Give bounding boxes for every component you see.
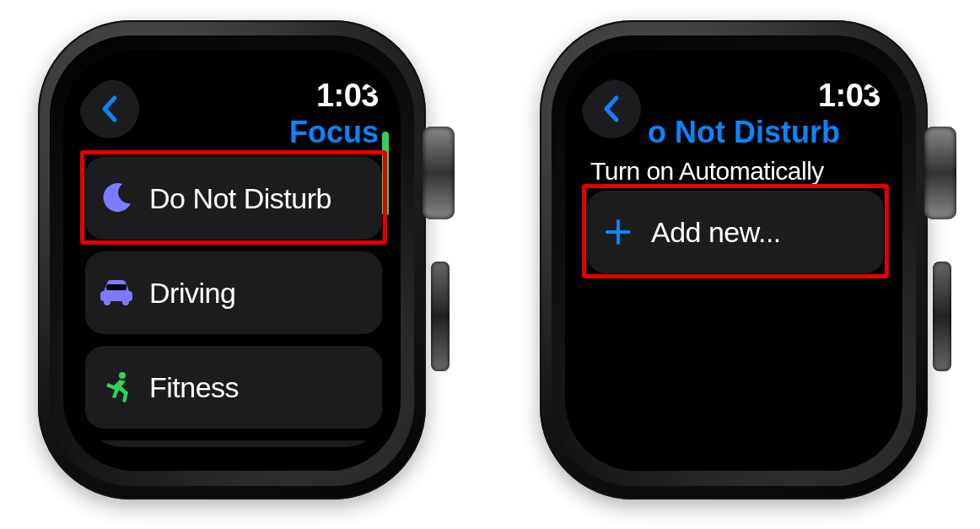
plus-icon [600, 214, 636, 250]
focus-row-label: Fitness [149, 371, 239, 404]
page-title: Focus [289, 115, 379, 150]
focus-row-more[interactable] [85, 440, 382, 447]
focus-row-label: Driving [149, 277, 235, 310]
automation-list: Add new... [579, 191, 892, 273]
section-header: Turn on Automatically [579, 157, 892, 191]
svg-rect-3 [106, 284, 127, 290]
runner-icon [99, 370, 134, 405]
chevron-left-icon [602, 94, 621, 123]
page-title: o Not Disturb [648, 115, 840, 150]
focus-list: Do Not Disturb Driving [77, 157, 390, 447]
watch-left: 1:03 Focus Do Not Disturb [30, 17, 443, 510]
scroll-indicator [382, 132, 389, 216]
car-icon [99, 275, 134, 310]
chevron-left-icon [100, 94, 119, 123]
digital-crown[interactable] [924, 127, 956, 219]
add-new-button[interactable]: Add new... [587, 191, 884, 273]
digital-crown[interactable] [423, 127, 455, 219]
svg-point-4 [119, 372, 126, 379]
svg-point-2 [122, 299, 129, 305]
screen-focus: 1:03 Focus Do Not Disturb [77, 78, 390, 447]
svg-point-1 [104, 299, 110, 305]
focus-row-fitness[interactable]: Fitness [85, 346, 382, 429]
add-new-label: Add new... [651, 216, 781, 249]
screen-dnd: 1:03 o Not Disturb Turn on Automatically… [579, 78, 892, 447]
focus-row-label: Do Not Disturb [149, 182, 331, 215]
moon-icon [99, 181, 134, 216]
side-button[interactable] [431, 262, 450, 371]
side-button[interactable] [933, 262, 951, 371]
focus-row-driving[interactable]: Driving [85, 251, 382, 334]
focus-row-do-not-disturb[interactable]: Do Not Disturb [85, 157, 382, 240]
watch-right: 1:03 o Not Disturb Turn on Automatically… [531, 17, 945, 510]
